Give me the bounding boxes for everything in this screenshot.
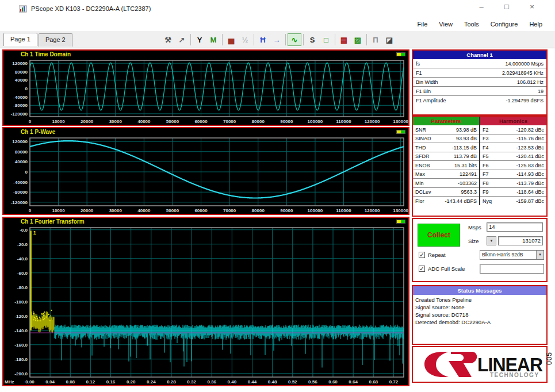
harmonic-row: Nyq-159.87 dBc [480, 197, 546, 205]
advance-arrow-icon[interactable]: → [270, 33, 284, 46]
harmonic-row-label: F2 [483, 127, 489, 133]
svg-text:0.72: 0.72 [389, 379, 399, 385]
harmonic-row-label: F3 [483, 136, 489, 141]
adc-full-scale-checkbox[interactable]: ✓ [419, 266, 425, 272]
outline-box-icon[interactable]: □ [319, 33, 333, 46]
size-dropdown-button[interactable]: ▼ [487, 236, 496, 245]
channel-legend-chip[interactable] [396, 130, 405, 134]
size-input[interactable]: 131072 [498, 236, 543, 245]
export-image-icon[interactable]: ◪ [382, 33, 396, 46]
window-type-dropdown[interactable]: Blkmn-Harris 92dB ▼ [480, 250, 544, 260]
svg-text:0: 0 [25, 86, 28, 91]
chevron-down-icon[interactable]: ▼ [536, 251, 543, 259]
bar-chart-icon[interactable]: ▅ [224, 33, 238, 46]
pwave-chart[interactable]: Ch 1 P-Wave 12000080000400000-40000-8000… [2, 127, 409, 215]
channel-row: F1 Amplitude-1.294799 dBFS [413, 96, 546, 105]
channel-panel-header: Channel 1 [413, 51, 546, 59]
svg-text:130000: 130000 [393, 208, 408, 213]
menu-file[interactable]: File [418, 21, 428, 28]
menu-tools[interactable]: Tools [464, 21, 479, 28]
svg-text:80000: 80000 [252, 208, 265, 213]
toolbar-separator [222, 34, 223, 45]
repeat-checkbox[interactable]: ✓ [419, 252, 425, 258]
board-green-icon[interactable]: ▨ [351, 33, 365, 46]
svg-text:90000: 90000 [280, 208, 293, 213]
svg-text:70000: 70000 [223, 208, 236, 213]
histogram-icon[interactable]: M [206, 33, 220, 46]
toolbar-separator [190, 34, 191, 45]
time-markers-icon[interactable]: Ħ [256, 33, 270, 46]
svg-text:0.48: 0.48 [268, 379, 277, 385]
pwave-plot[interactable]: 12000080000400000-40000-80000-1200000100… [3, 136, 408, 214]
harmonic-row-label: F4 [483, 145, 489, 151]
square-wave-icon[interactable]: Π [369, 33, 382, 46]
signal-chain-icon[interactable]: ∿ [288, 33, 301, 46]
pwave-chart-title: Ch 1 P-Wave [21, 129, 55, 135]
svg-text:-40.0: -40.0 [17, 256, 28, 262]
maximize-button[interactable]: □ [501, 2, 512, 11]
tab-bar: Page 1Page 2 ⚒↗YM▅½Ħ→∿S□▦▨Π◪ [0, 31, 555, 48]
pickaxe-tool-icon[interactable]: ⚒ [161, 33, 175, 46]
channel-legend-chip[interactable] [396, 52, 405, 56]
parameters-header: Parameters [413, 117, 479, 125]
channel-row-value: 2.029418945 KHz [502, 70, 543, 76]
menu-help[interactable]: Help [529, 21, 542, 28]
parameter-row-value: 113.79 dB [454, 153, 477, 159]
svg-text:0.68: 0.68 [369, 379, 378, 385]
menu-bar: FileViewToolsConfigureHelp [0, 17, 555, 31]
svg-text:-140.0: -140.0 [14, 328, 28, 333]
harmonic-row: F8-113.79 dBc [480, 179, 546, 188]
svg-text:110000: 110000 [336, 208, 351, 213]
svg-text:0: 0 [25, 170, 28, 175]
menu-view[interactable]: View [439, 21, 453, 28]
channel-row-label: F1 Bin [416, 89, 431, 94]
fundamental-marker: 1 [33, 230, 36, 236]
svg-text:-40000: -40000 [13, 180, 28, 185]
menu-configure[interactable]: Configure [491, 21, 518, 28]
parameter-row: THD-113.15 dB [413, 143, 479, 152]
svg-text:0.40: 0.40 [228, 379, 237, 385]
collect-button[interactable]: Collect [418, 224, 460, 247]
close-button[interactable]: × [526, 2, 538, 11]
harmonic-row-label: F5 [483, 153, 489, 159]
board-red-icon[interactable]: ▦ [337, 33, 351, 46]
logo-sub-text: TECHNOLOGY [490, 372, 539, 378]
svg-text:0.20: 0.20 [127, 379, 136, 385]
svg-text:20000: 20000 [81, 119, 94, 124]
harmonic-row-value: -125.83 dBc [516, 163, 544, 168]
zoom-arrow-icon[interactable]: ↗ [175, 33, 189, 46]
filter-y-icon[interactable]: Y [193, 33, 206, 46]
tab-page-2[interactable]: Page 2 [39, 33, 72, 47]
s-curve-icon[interactable]: S [305, 33, 319, 46]
parameter-row-label: Flor [415, 198, 424, 204]
parameters-column: Parameters SNR93.98 dBSINAD93.93 dBTHD-1… [413, 117, 479, 205]
collect-panel: Collect Msps 14 Size ▼ 131072 ✓ Repeat B… [412, 218, 548, 282]
fft-plot[interactable]: -0.0-20.0-40.0-60.0-80.0-100.0-120.0-140… [3, 225, 408, 385]
harmonic-row: F6-125.83 dBc [480, 161, 546, 170]
channel-legend-chip[interactable] [396, 220, 405, 224]
toolbar-separator [335, 34, 335, 45]
minimize-button[interactable]: – [476, 2, 487, 11]
time-domain-chart[interactable]: Ch 1 Time Domain 12000080000400000-40000… [2, 49, 409, 126]
tab-page-1[interactable]: Page 1 [3, 33, 37, 46]
svg-text:-120000: -120000 [11, 200, 28, 205]
svg-text:100000: 100000 [308, 208, 323, 213]
parameter-row-value: -103362 [458, 180, 477, 186]
parameter-row-value: 9563.3 [461, 189, 477, 195]
fourier-transform-chart[interactable]: Ch 1 Fourier Transform -0.0-20.0-40.0-60… [2, 217, 409, 386]
msps-input[interactable]: 14 [487, 222, 543, 232]
harmonics-column: Harmonics F2-120.82 dBcF3-115.76 dBcF4-1… [479, 117, 546, 205]
adc-full-scale-input[interactable] [480, 264, 544, 274]
svg-text:30000: 30000 [109, 208, 123, 213]
svg-text:0: 0 [29, 208, 32, 213]
svg-text:-120000: -120000 [11, 112, 28, 117]
harmonic-row: F9-118.64 dBc [480, 188, 546, 197]
parameter-row: SNR93.98 dB [413, 125, 479, 134]
svg-text:-80000: -80000 [13, 103, 28, 108]
svg-text:80000: 80000 [15, 70, 28, 75]
time-plot[interactable]: 12000080000400000-40000-80000-1200000100… [3, 58, 408, 125]
window-type-value: Blkmn-Harris 92dB [482, 252, 523, 258]
channel-row-label: F1 [416, 70, 422, 76]
harmonic-row-value: -118.64 dBc [516, 189, 544, 195]
toolbar: ⚒↗YM▅½Ħ→∿S□▦▨Π◪ [161, 33, 396, 47]
